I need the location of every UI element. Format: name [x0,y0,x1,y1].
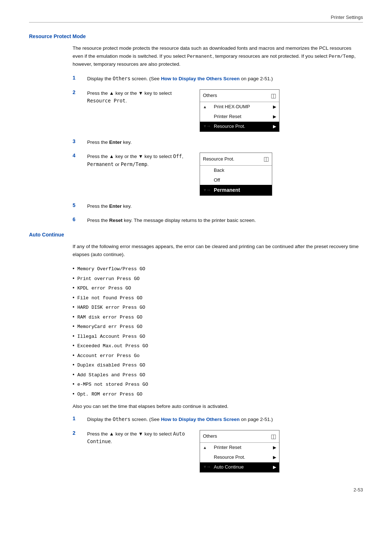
list-item: KPDL error Press GO [73,284,363,292]
label-off: Off [214,177,269,184]
also-text: Also you can set the time that elapses b… [73,404,363,409]
step-content-2: Press the ▲ key or the ▼ key to select R… [87,89,363,132]
label-resource-prot-1: Resource Prot. [214,123,273,130]
step-number-auto-2: 2 [73,430,87,436]
others-panel-2: Others ◫ ▲ Printer Reset ▶ Resource Prot… [200,430,279,473]
list-item: MemoryCard err Press GO [73,323,363,331]
step-content-auto-2: Press the ▲ key or the ▼ key to select A… [87,430,363,473]
list-item: Opt. ROM error Press GO [73,390,363,398]
step-6-resource: 6 Press the Reset key. The message displ… [73,216,363,224]
page-number: 2-53 [29,487,363,493]
section-auto-continue: Auto Continue If any of the following er… [29,232,363,473]
arrow-printer-reset-1: ▶ [273,113,276,120]
step-number-auto-1: 1 [73,416,87,421]
intro-text-resource: The resource protect mode protects the r… [73,44,363,68]
link-others-screen-2[interactable]: How to Display the Others Screen [161,417,240,422]
step-number-1: 1 [73,75,87,81]
step-2-auto-text: Press the ▲ key or the ▼ key to select A… [87,430,189,446]
step-2-resource: 2 Press the ▲ key or the ▼ key to select… [73,89,363,132]
arrow-auto-continue: ▶ [273,464,276,471]
label-resource-prot-2: Resource Prot. [214,454,273,461]
marker-permanent: ▼⇒ [203,187,214,194]
list-item: Exceeded Max.out Press GO [73,342,363,350]
section-resource-protect: Resource Protect Mode The resource prote… [29,33,363,224]
step-1-auto: 1 Display the Others screen. (See How to… [73,416,363,424]
others-panel-1: Others ◫ ▲ Print HEX-DUMP ▶ Printer Rese… [200,89,279,132]
panel-row-auto-continue: ▼⇒ Auto Continue ▶ [200,462,279,472]
step-4-resource: 4 Press the ▲ key or the ▼ key to select… [73,153,363,196]
marker-up-1: ▲ [203,104,214,110]
list-item: File not found Press GO [73,294,363,302]
list-item: HARD DISK error Press GO [73,303,363,311]
header-title: Printer Settings [331,15,363,20]
marker-auto: ▼⇒ [203,464,214,470]
link-others-screen-1[interactable]: How to Display the Others Screen [161,76,240,81]
panel-row-resource-prot-1: ▼⇒ Resource Prot. ▶ [200,122,279,131]
step-number-3: 3 [73,138,87,144]
panel-label-others-2: Others [203,433,217,440]
label-auto-continue: Auto Continue [214,463,273,471]
panel-row-printer-reset-1: Printer Reset ▶ [200,112,279,122]
list-item: Illegal Account Press GO [73,332,363,340]
arrow-printer-reset-2: ▶ [273,444,276,451]
step-number-5: 5 [73,202,87,208]
step-content-3: Press the Enter key. [87,138,363,146]
step-number-6: 6 [73,216,87,222]
panel-title-others-1: Others ◫ [200,90,279,102]
label-printer-reset-2: Printer Reset [214,444,273,451]
step-content-6: Press the Reset key. The message display… [87,216,363,224]
step-5-resource: 5 Press the Enter key. [73,202,363,210]
step-2-auto: 2 Press the ▲ key or the ▼ key to select… [73,430,363,473]
list-item: Memory Overflow/Press GO [73,265,363,273]
section-body-auto-continue: If any of the following error messages a… [73,243,363,473]
list-item: Print overrun Press GO [73,275,363,283]
arrow-resource-prot-2: ▶ [273,454,276,461]
step-content-5: Press the Enter key. [87,202,363,210]
panel-label-resource-prot: Resource Prot. [203,155,234,163]
step-number-4: 4 [73,153,87,158]
section-title-auto-continue: Auto Continue [29,232,363,238]
panel-icon-3: ◫ [271,432,276,441]
page-header: Printer Settings [29,15,363,23]
step-3-resource: 3 Press the Enter key. [73,138,363,146]
step-2-text: Press the ▲ key or the ▼ key to select R… [87,89,189,105]
step-content-4: Press the ▲ key or the ▼ key to select O… [87,153,363,196]
list-item: Account error Press Go [73,352,363,360]
panel-row-print-hex: ▲ Print HEX-DUMP ▶ [200,102,279,112]
marker-selected-1: ▼⇒ [203,123,214,130]
panel-row-permanent: ▼⇒ Permanent [200,185,272,195]
panel-icon-1: ◫ [271,91,276,101]
intro-text-auto: If any of the following error messages a… [73,243,363,258]
bullet-list-errors: Memory Overflow/Press GO Print overrun P… [73,265,363,398]
label-print-hex: Print HEX-DUMP [214,103,273,111]
step-4-text: Press the ▲ key or the ▼ key to select O… [87,153,189,168]
step-number-2: 2 [73,89,87,95]
page-ref-1: 2-51 [260,76,270,81]
page-ref-2: 2-51 [260,417,270,422]
step-content-auto-1: Display the Others screen. (See How to D… [87,416,363,424]
panel-icon-2: ◫ [264,154,269,164]
arrow-resource-prot-1: ▶ [273,123,276,130]
step-content-1: Display the Others screen. (See How to D… [87,75,363,83]
panel-row-resource-prot-2: Resource Prot. ▶ [200,453,279,462]
section-title-resource-protect: Resource Protect Mode [29,33,363,39]
page: Printer Settings Resource Protect Mode T… [0,0,392,514]
label-permanent: Permanent [214,186,269,194]
list-item: Duplex disabled Press GO [73,361,363,369]
list-item: RAM disk error Press GO [73,313,363,321]
panel-label-others-1: Others [203,92,217,100]
resource-prot-panel: Resource Prot. ◫ Back Off [200,153,272,196]
marker-up-2: ▲ [203,445,214,451]
step-1-resource: 1 Display the Others screen. (See How to… [73,75,363,83]
panel-row-off: Off [200,175,272,185]
label-back: Back [214,167,269,174]
section-body-resource-protect: The resource protect mode protects the r… [73,44,363,224]
panel-title-resource-prot: Resource Prot. ◫ [200,153,272,166]
panel-row-back: Back [200,166,272,175]
panel-title-others-2: Others ◫ [200,430,279,443]
list-item: e-MPS not stored Press GO [73,380,363,388]
list-item: Add Staples and Press GO [73,371,363,379]
label-printer-reset-1: Printer Reset [214,113,273,121]
arrow-print-hex: ▶ [273,104,276,110]
panel-row-printer-reset-2: ▲ Printer Reset ▶ [200,443,279,453]
